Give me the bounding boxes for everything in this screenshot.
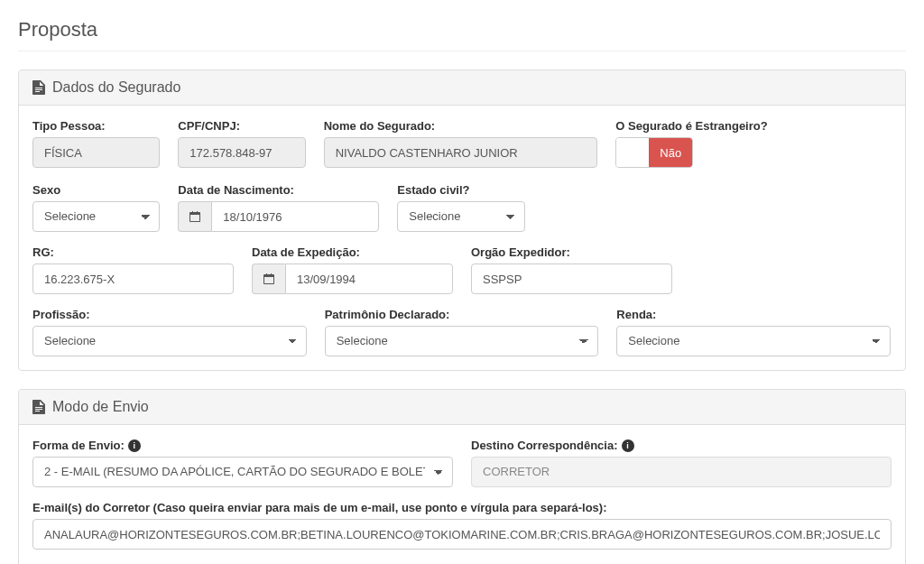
calendar-icon	[252, 264, 285, 294]
estrangeiro-empty	[616, 138, 649, 167]
nome-field	[324, 137, 598, 168]
expedicao-label: Data de Expedição:	[252, 245, 453, 259]
calendar-icon	[178, 201, 211, 232]
info-icon[interactable]: i	[128, 439, 141, 452]
panel-segurado: Dados do Segurado Tipo Pessoa: CPF/CNPJ:…	[18, 69, 906, 371]
estado-civil-label: Estado civil?	[397, 183, 524, 197]
estrangeiro-label: O Segurado é Estrangeiro?	[615, 119, 890, 133]
file-icon	[32, 80, 45, 95]
sexo-select[interactable]: Selecione	[32, 201, 160, 232]
forma-envio-label: Forma de Envio: i	[32, 439, 453, 452]
forma-envio-select[interactable]: 2 - E-MAIL (RESUMO DA APÓLICE, CARTÃO DO…	[32, 457, 453, 487]
panel-envio: Modo de Envio Forma de Envio: i 2 - E-MA…	[18, 389, 906, 564]
divider	[18, 51, 906, 51]
file-icon	[32, 400, 45, 414]
tipo-pessoa-field	[32, 137, 160, 168]
estado-civil-select[interactable]: Selecione	[397, 201, 524, 232]
estrangeiro-nao: Não	[649, 138, 692, 167]
rg-label: RG:	[32, 245, 234, 259]
destino-label: Destino Correspondência: i	[471, 439, 892, 452]
patrimonio-select[interactable]: Selecione	[325, 326, 599, 356]
patrimonio-label: Patrimônio Declarado:	[325, 308, 599, 321]
destino-select: CORRETOR	[471, 457, 892, 487]
info-icon[interactable]: i	[622, 439, 634, 452]
sexo-label: Sexo	[32, 183, 160, 197]
profissao-select[interactable]: Selecione	[32, 326, 307, 356]
rg-field[interactable]	[32, 264, 234, 294]
emails-corretor-field[interactable]	[32, 519, 892, 550]
renda-label: Renda:	[616, 308, 891, 321]
cpf-label: CPF/CNPJ:	[178, 119, 305, 133]
estrangeiro-toggle[interactable]: Não	[615, 137, 693, 168]
panel-segurado-header: Dados do Segurado	[19, 70, 905, 106]
page-title: Proposta	[18, 18, 906, 42]
nome-label: Nome do Segurado:	[324, 119, 598, 133]
emails-corretor-label: E-mail(s) do Corretor (Caso queira envia…	[32, 501, 892, 514]
renda-select[interactable]: Selecione	[616, 326, 891, 356]
panel-envio-title: Modo de Envio	[52, 399, 149, 415]
expedicao-field[interactable]	[285, 264, 453, 294]
panel-segurado-title: Dados do Segurado	[52, 79, 180, 96]
profissao-label: Profissão:	[32, 308, 307, 321]
orgao-field[interactable]	[471, 264, 672, 294]
nascimento-field[interactable]	[211, 201, 379, 232]
tipo-pessoa-label: Tipo Pessoa:	[32, 119, 160, 133]
panel-envio-header: Modo de Envio	[19, 390, 905, 425]
nascimento-label: Data de Nascimento:	[178, 183, 379, 197]
cpf-field	[178, 137, 305, 168]
orgao-label: Orgão Expedidor:	[471, 245, 672, 259]
